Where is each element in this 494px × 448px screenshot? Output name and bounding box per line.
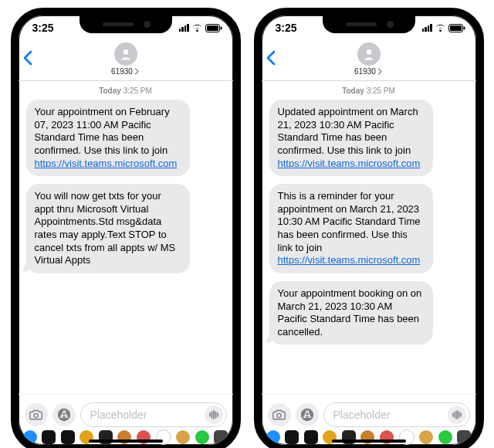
dictate-button[interactable] bbox=[205, 406, 223, 424]
device-notch bbox=[323, 15, 415, 33]
chevron-right-icon bbox=[377, 68, 383, 75]
message-text: This is a reminder for your appointment … bbox=[278, 190, 421, 253]
dock-app-icon[interactable] bbox=[176, 430, 190, 444]
contact-avatar-icon bbox=[357, 42, 381, 66]
dock-app-icon[interactable] bbox=[419, 430, 433, 444]
compose-bar: Placeholder bbox=[19, 394, 233, 431]
dock-app-icon[interactable] bbox=[457, 430, 471, 444]
message-text: You will now get txts for your appt thru… bbox=[35, 190, 176, 266]
thread-timestamp: Today 3:25 PM bbox=[25, 87, 227, 95]
contact-avatar-icon bbox=[114, 42, 137, 66]
dock-app-icon[interactable] bbox=[42, 430, 56, 444]
dock-app-icon[interactable] bbox=[438, 430, 452, 444]
svg-rect-8 bbox=[463, 26, 465, 29]
chevron-right-icon bbox=[134, 68, 140, 75]
phone-left: 3:25 61930 Today 3:25 PM Your appointmen… bbox=[11, 8, 241, 448]
app-suggestion-row bbox=[19, 429, 233, 445]
dictate-button[interactable] bbox=[448, 406, 466, 424]
svg-point-5 bbox=[57, 408, 69, 420]
meeting-link[interactable]: https://visit.teams.microsoft.com bbox=[278, 254, 421, 266]
message-bubble: This is a reminder for your appointment … bbox=[269, 184, 433, 273]
wifi-icon bbox=[435, 24, 446, 32]
conversation-header: 61930 bbox=[262, 37, 476, 81]
status-time: 3:25 bbox=[276, 22, 297, 34]
message-input[interactable]: Placeholder bbox=[80, 402, 227, 427]
back-button[interactable] bbox=[22, 49, 34, 66]
camera-button[interactable] bbox=[268, 403, 291, 426]
contact-info[interactable]: 61930 bbox=[111, 42, 140, 76]
meeting-link[interactable]: https://visit.teams.microsoft.com bbox=[278, 158, 421, 169]
dock-app-icon[interactable] bbox=[266, 430, 280, 444]
dock-app-icon[interactable] bbox=[285, 430, 299, 444]
message-placeholder: Placeholder bbox=[90, 409, 205, 421]
cellular-icon bbox=[422, 24, 432, 32]
message-thread: Today 3:25 PM Your appointment on Februa… bbox=[19, 80, 233, 394]
svg-point-11 bbox=[300, 408, 313, 420]
home-indicator[interactable] bbox=[332, 440, 406, 443]
message-bubble: Updated appointment on March 21, 2023 10… bbox=[269, 100, 433, 176]
message-input[interactable]: Placeholder bbox=[323, 402, 470, 427]
svg-rect-2 bbox=[220, 26, 222, 29]
dock-app-icon[interactable] bbox=[304, 430, 318, 444]
dock-app-icon[interactable] bbox=[214, 430, 228, 444]
meeting-link[interactable]: https://visit.teams.microsoft.com bbox=[35, 158, 178, 169]
dock-app-icon[interactable] bbox=[61, 430, 75, 444]
svg-point-10 bbox=[277, 413, 281, 417]
svg-point-3 bbox=[123, 49, 127, 54]
dock-app-icon[interactable] bbox=[195, 430, 209, 444]
contact-number: 61930 bbox=[354, 67, 376, 76]
message-thread: Today 3:25 PM Updated appointment on Mar… bbox=[262, 80, 476, 394]
battery-icon bbox=[205, 24, 222, 32]
conversation-header: 61930 bbox=[19, 37, 233, 81]
svg-rect-7 bbox=[450, 25, 462, 31]
phone-right: 3:25 61930 Today 3:25 PM Updated appoint… bbox=[254, 8, 484, 448]
app-store-button[interactable] bbox=[296, 403, 319, 426]
app-store-button[interactable] bbox=[52, 403, 76, 426]
screenshot-stage: 3:25 61930 Today 3:25 PM Your appointmen… bbox=[0, 0, 494, 448]
dock-app-icon[interactable] bbox=[399, 429, 414, 445]
message-bubble: Your appointment booking on on March 21,… bbox=[269, 281, 433, 345]
message-text: Your appointment on February 07, 2023 11… bbox=[35, 106, 170, 156]
camera-button[interactable] bbox=[25, 403, 48, 426]
dock-app-icon[interactable] bbox=[156, 429, 171, 445]
message-text: Updated appointment on March 21, 2023 10… bbox=[278, 106, 418, 156]
thread-timestamp: Today 3:25 PM bbox=[268, 87, 470, 95]
cellular-icon bbox=[179, 24, 189, 32]
svg-point-9 bbox=[366, 49, 370, 54]
battery-icon bbox=[448, 24, 465, 32]
back-button[interactable] bbox=[265, 49, 277, 66]
contact-info[interactable]: 61930 bbox=[354, 42, 383, 76]
status-time: 3:25 bbox=[32, 22, 54, 34]
contact-number: 61930 bbox=[111, 67, 133, 76]
dock-app-icon[interactable] bbox=[23, 430, 37, 444]
device-notch bbox=[80, 15, 172, 33]
message-bubble: Your appointment on February 07, 2023 11… bbox=[26, 100, 190, 176]
message-text: Your appointment booking on on March 21,… bbox=[278, 287, 422, 338]
app-suggestion-row bbox=[262, 429, 476, 445]
message-placeholder: Placeholder bbox=[333, 409, 448, 421]
home-indicator[interactable] bbox=[89, 440, 163, 443]
message-bubble: You will now get txts for your appt thru… bbox=[26, 184, 190, 273]
svg-point-4 bbox=[34, 413, 38, 417]
wifi-icon bbox=[191, 24, 203, 32]
svg-rect-1 bbox=[207, 25, 218, 31]
compose-bar: Placeholder bbox=[262, 394, 476, 431]
